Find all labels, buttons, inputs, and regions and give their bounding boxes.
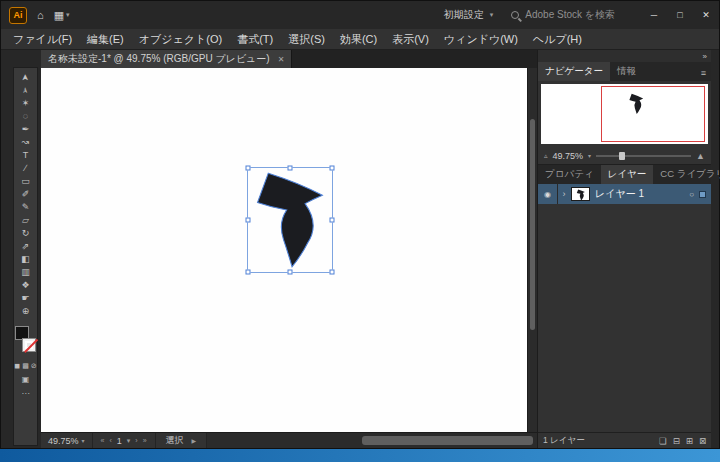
menu-view[interactable]: 表示(V) (392, 32, 429, 47)
tab-cc-libraries[interactable]: CC ライブラリ (653, 165, 720, 184)
menu-object[interactable]: オブジェクト(O) (139, 32, 222, 47)
selection-handle[interactable] (246, 270, 251, 275)
zoom-level-dropdown[interactable]: 49.75% ▾ (41, 433, 93, 448)
color-mode-buttons: ◼ ▩ ⊘ (14, 362, 36, 370)
layer-target-icon[interactable]: ○ (689, 190, 694, 199)
current-tool-indicator[interactable]: 選択 ▶ (156, 433, 208, 448)
last-artboard-icon[interactable]: » (143, 437, 147, 444)
menu-type[interactable]: 書式(T) (237, 32, 273, 47)
navigator-preview[interactable] (538, 81, 711, 147)
menu-edit[interactable]: 編集(E) (87, 32, 124, 47)
new-sublayer-icon[interactable]: ⊟ (673, 436, 680, 446)
artboard-number[interactable]: 1 (117, 436, 122, 446)
menu-window[interactable]: ウィンドウ(W) (444, 32, 518, 47)
close-button[interactable]: ✕ (693, 1, 719, 29)
line-segment-tool[interactable]: ∕ (14, 162, 37, 175)
paintbrush-tool[interactable]: ✐ (14, 188, 37, 201)
right-panel-dock: » ナビゲーター 情報 ≡ ▵ (537, 50, 719, 448)
stroke-color-swatch[interactable] (22, 338, 36, 352)
layer-selection-indicator[interactable] (699, 191, 706, 198)
horizontal-scrollbar-thumb[interactable] (362, 436, 533, 445)
zoom-tool[interactable]: ⊕ (14, 305, 37, 318)
draw-mode-icon[interactable]: ▣ (22, 375, 30, 384)
menu-help[interactable]: ヘルプ(H) (533, 32, 582, 47)
artboard-canvas[interactable] (41, 68, 527, 432)
stock-search[interactable]: Adobe Stock を検索 (511, 8, 615, 22)
zoom-slider[interactable] (596, 155, 691, 157)
navigator-artwork-preview (628, 93, 645, 115)
previous-artboard-icon[interactable]: ‹ (109, 437, 111, 444)
document-tab-title: 名称未設定-1* @ 49.75% (RGB/GPU プレビュー) (48, 52, 270, 66)
selection-handle[interactable] (246, 218, 251, 223)
pencil-tool[interactable]: ✎ (14, 201, 37, 214)
toolbar-ellipsis-icon[interactable]: ⋯ (22, 389, 30, 398)
zoom-slider-thumb[interactable] (619, 152, 625, 160)
first-artboard-icon[interactable]: « (101, 437, 105, 444)
search-placeholder: Adobe Stock を検索 (525, 8, 615, 22)
layers-panel-footer: 1 レイヤー ❏ ⊟ ⊞ ⊠ (538, 432, 711, 448)
chevron-down-icon: ▾ (66, 11, 70, 19)
menu-effect[interactable]: 効果(C) (340, 32, 377, 47)
dock-header: » (538, 50, 711, 62)
scale-tool[interactable]: ⇗ (14, 240, 37, 253)
minimize-button[interactable]: ─ (641, 1, 667, 29)
navigator-zoom-value[interactable]: 49.75% (553, 151, 584, 161)
document-area: 名称未設定-1* @ 49.75% (RGB/GPU プレビュー) ✕ (41, 50, 537, 448)
rotate-tool[interactable]: ↻ (14, 227, 37, 240)
document-tab[interactable]: 名称未設定-1* @ 49.75% (RGB/GPU プレビュー) ✕ (41, 50, 292, 68)
home-icon[interactable]: ⌂ (37, 9, 44, 21)
tab-info[interactable]: 情報 (610, 62, 643, 81)
tab-close-icon[interactable]: ✕ (278, 55, 285, 64)
curved-arrow-artwork[interactable] (251, 170, 331, 271)
vertical-scrollbar-thumb[interactable] (530, 119, 535, 330)
selection-handle[interactable] (246, 166, 251, 171)
layer-row[interactable]: ◉ › レイヤー 1 ○ (538, 184, 711, 204)
zoom-in-icon[interactable]: ▲ (696, 151, 705, 161)
none-mode-icon[interactable]: ⊘ (31, 362, 37, 370)
pen-tool[interactable]: ✒ (14, 123, 37, 136)
curvature-tool[interactable]: ↝ (14, 136, 37, 149)
tab-navigator[interactable]: ナビゲーター (538, 62, 610, 81)
horizontal-scrollbar[interactable] (207, 433, 537, 448)
hand-tool[interactable]: ☛ (14, 292, 37, 305)
document-tabbar: 名称未設定-1* @ 49.75% (RGB/GPU プレビュー) ✕ (41, 50, 537, 68)
chevron-down-icon: ▾ (127, 437, 131, 445)
panel-menu-icon[interactable]: ≡ (696, 68, 711, 81)
rectangle-tool[interactable]: ▭ (14, 175, 37, 188)
gradient-mode-icon[interactable]: ▩ (22, 362, 29, 370)
navigator-view-rectangle[interactable] (601, 86, 705, 142)
tab-layers[interactable]: レイヤー (601, 165, 654, 184)
zoom-out-icon[interactable]: ▵ (544, 152, 548, 160)
delete-layer-icon[interactable]: ⊠ (699, 436, 706, 446)
menu-select[interactable]: 選択(S) (288, 32, 325, 47)
tab-properties[interactable]: プロパティ (538, 165, 601, 184)
vertical-scrollbar[interactable] (527, 68, 537, 432)
new-layer-icon[interactable]: ⊞ (686, 436, 693, 446)
chevron-down-icon: ▾ (82, 437, 85, 444)
collapse-panels-icon[interactable]: » (703, 52, 707, 61)
next-artboard-icon[interactable]: › (135, 437, 137, 444)
eyedropper-tool[interactable]: ❖ (14, 279, 37, 292)
menu-file[interactable]: ファイル(F) (13, 32, 72, 47)
lasso-tool[interactable]: ◌ (14, 110, 37, 123)
left-dock: ➤ ➢ ✶ ◌ ✒ ↝ T ∕ ▭ ✐ ✎ ▱ ↻ ⇗ ◧ ▥ ❖ (1, 50, 41, 448)
workspace-label: 初期設定 (444, 8, 484, 22)
eraser-tool[interactable]: ▱ (14, 214, 37, 227)
layer-count-label: 1 レイヤー (543, 435, 585, 447)
layer-thumbnail[interactable] (571, 187, 590, 201)
layer-visibility-toggle[interactable]: ◉ (538, 184, 558, 204)
navigator-panel-tabs: ナビゲーター 情報 ≡ (538, 62, 711, 81)
canvas-row (41, 68, 537, 432)
maximize-button[interactable]: □ (667, 1, 693, 29)
gradient-tool[interactable]: ▥ (14, 266, 37, 279)
collect-for-export-icon[interactable]: ❏ (659, 436, 667, 446)
illustrator-logo: Ai (9, 7, 27, 24)
grid-icon[interactable]: ▦ (54, 9, 64, 22)
type-tool[interactable]: T (14, 149, 37, 162)
color-mode-icon[interactable]: ◼ (14, 362, 20, 370)
direct-selection-tool[interactable]: ➢ (19, 79, 32, 102)
workspace-switcher[interactable]: 初期設定 ▾ (444, 8, 494, 22)
layer-expand-chevron-icon[interactable]: › (558, 189, 570, 199)
shape-builder-tool[interactable]: ◧ (14, 253, 37, 266)
layer-name[interactable]: レイヤー 1 (595, 187, 689, 201)
